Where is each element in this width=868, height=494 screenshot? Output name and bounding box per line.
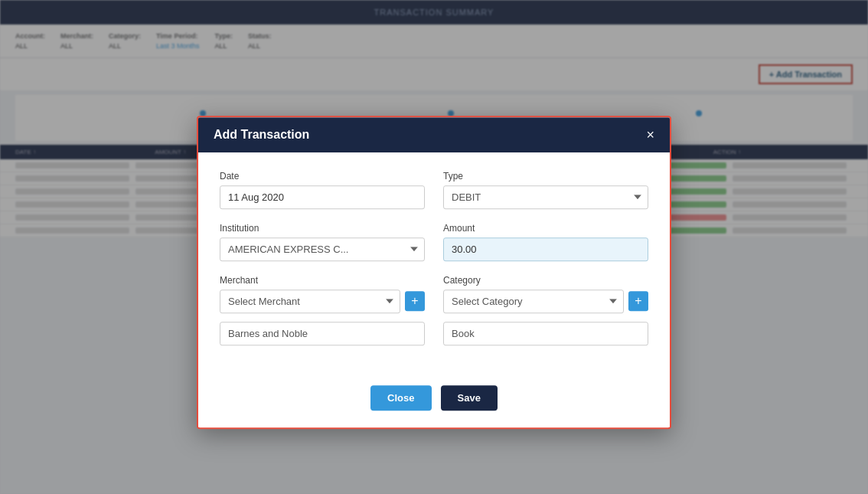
modal-footer: Close Save — [198, 375, 670, 427]
merchant-label: Merchant — [220, 275, 425, 286]
institution-label: Institution — [220, 223, 425, 234]
amount-input[interactable] — [443, 237, 648, 261]
modal-title: Add Transaction — [214, 128, 309, 142]
modal-body: Date Type DEBIT CREDIT Institution AMERI… — [198, 152, 670, 375]
form-row-institution-amount: Institution AMERICAN EXPRESS C... Amount — [220, 223, 648, 261]
merchant-select-wrapper: Select Merchant + — [220, 290, 425, 313]
form-group-merchant: Merchant Select Merchant + — [220, 275, 425, 345]
merchant-typed-input[interactable] — [220, 322, 425, 345]
modal-close-button[interactable]: × — [646, 128, 654, 142]
close-button[interactable]: Close — [370, 385, 431, 411]
form-row-merchant-category: Merchant Select Merchant + Category Sele… — [220, 275, 648, 345]
form-group-type: Type DEBIT CREDIT — [443, 171, 648, 209]
category-select[interactable]: Select Category — [443, 290, 624, 313]
category-add-button[interactable]: + — [628, 291, 648, 311]
save-button[interactable]: Save — [441, 385, 498, 411]
date-input[interactable] — [220, 185, 425, 209]
form-row-date-type: Date Type DEBIT CREDIT — [220, 171, 648, 209]
form-group-amount: Amount — [443, 223, 648, 261]
category-typed-input[interactable] — [443, 322, 648, 345]
form-group-institution: Institution AMERICAN EXPRESS C... — [220, 223, 425, 261]
category-label: Category — [443, 275, 648, 286]
type-label: Type — [443, 171, 648, 182]
modal-header: Add Transaction × — [198, 117, 670, 152]
date-label: Date — [220, 171, 425, 182]
form-group-category: Category Select Category + — [443, 275, 648, 345]
merchant-select[interactable]: Select Merchant — [220, 290, 400, 313]
amount-label: Amount — [443, 223, 648, 234]
form-group-date: Date — [220, 171, 425, 209]
merchant-add-button[interactable]: + — [405, 291, 425, 311]
add-transaction-modal: Add Transaction × Date Type DEBIT CREDIT… — [197, 116, 671, 429]
category-select-wrapper: Select Category + — [443, 290, 648, 313]
type-select[interactable]: DEBIT CREDIT — [443, 185, 648, 209]
institution-select[interactable]: AMERICAN EXPRESS C... — [220, 237, 425, 261]
